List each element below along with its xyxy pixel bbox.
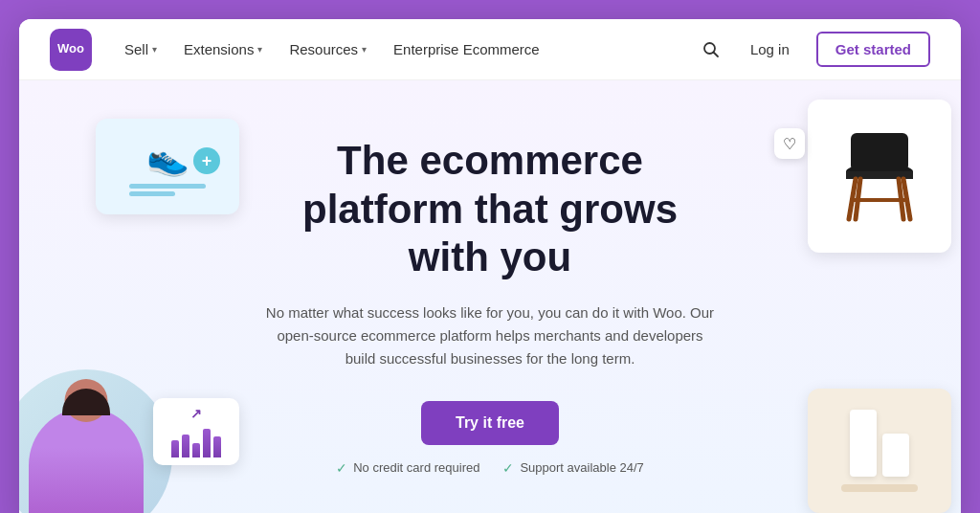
person-circle <box>19 369 172 513</box>
heart-badge: ♡ <box>774 128 805 159</box>
candle-short <box>882 434 909 477</box>
deco-right: ♡ <box>750 80 961 513</box>
nav-sell[interactable]: Sell ▾ <box>115 35 167 63</box>
woo-logo: Woo <box>50 29 92 71</box>
page-wrapper: Woo Sell ▾ Extensions ▾ Resources ▾ Ente… <box>19 19 961 513</box>
extensions-chevron-icon: ▾ <box>257 44 262 55</box>
hero-title: The ecommerce platform that grows with y… <box>260 137 720 281</box>
nav-extensions[interactable]: Extensions ▾ <box>174 35 272 63</box>
nav-links: Sell ▾ Extensions ▾ Resources ▾ Enterpri… <box>115 35 699 63</box>
shoe-icon: 👟 <box>146 138 189 178</box>
person-silhouette <box>29 408 144 513</box>
hero-section: + 👟 ↗ <box>19 80 961 513</box>
candle-tall <box>850 410 877 477</box>
svg-text:Woo: Woo <box>57 41 84 56</box>
chair-product-card <box>808 100 951 253</box>
resources-chevron-icon: ▾ <box>362 44 367 55</box>
support-badge: ✓ Support available 24/7 <box>502 460 643 476</box>
chart-card: ↗ <box>153 398 239 465</box>
candle-product-card <box>808 389 951 513</box>
shoe-lines <box>129 184 206 196</box>
get-started-button[interactable]: Get started <box>816 32 930 67</box>
candle-visual <box>850 410 909 477</box>
search-icon <box>702 41 720 58</box>
candle-plate <box>841 484 918 492</box>
nav-enterprise[interactable]: Enterprise Ecommerce <box>384 35 549 63</box>
shoe-product-card: + 👟 <box>96 119 239 214</box>
trust-badges: ✓ No credit card required ✓ Support avai… <box>260 460 720 476</box>
svg-rect-6 <box>851 133 908 171</box>
plus-badge: + <box>193 147 220 174</box>
search-button[interactable] <box>699 37 724 62</box>
chart-bars <box>171 425 221 457</box>
sell-chevron-icon: ▾ <box>152 44 157 55</box>
svg-line-3 <box>713 52 718 56</box>
navbar: Woo Sell ▾ Extensions ▾ Resources ▾ Ente… <box>19 19 961 80</box>
try-free-button[interactable]: Try it free <box>421 401 559 445</box>
deco-left: + 👟 ↗ <box>19 80 249 513</box>
chart-arrow-icon: ↗ <box>190 406 202 421</box>
login-button[interactable]: Log in <box>739 35 801 63</box>
nav-resources[interactable]: Resources ▾ <box>279 35 376 63</box>
no-credit-card-badge: ✓ No credit card required <box>336 460 479 476</box>
chair-icon <box>832 114 927 238</box>
logo-area[interactable]: Woo <box>50 29 92 71</box>
hero-subtitle: No matter what success looks like for yo… <box>260 301 720 370</box>
check-icon-2: ✓ <box>502 460 514 476</box>
hero-content: The ecommerce platform that grows with y… <box>241 99 739 513</box>
check-icon-1: ✓ <box>336 460 347 476</box>
nav-right: Log in Get started <box>699 32 930 67</box>
